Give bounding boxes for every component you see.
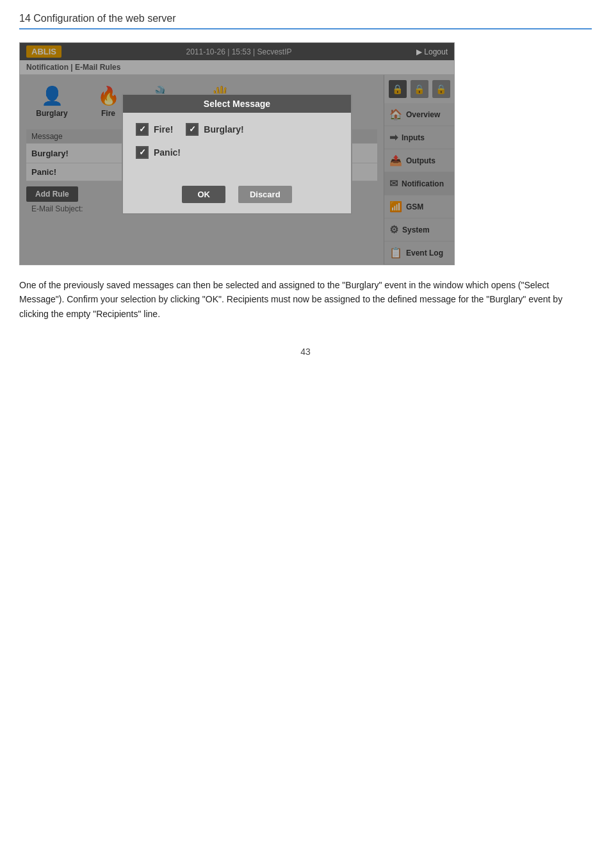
- modal-box: Select Message ✓ Fire! ✓ Burglary!: [122, 94, 352, 215]
- checkbox-fire[interactable]: ✓: [136, 123, 149, 136]
- modal-title: Select Message: [123, 95, 351, 113]
- modal-item-burglary: ✓ Burglary!: [186, 123, 243, 136]
- body-text: One of the previously saved messages can…: [19, 278, 570, 321]
- discard-button[interactable]: Discard: [238, 186, 292, 203]
- modal-item-panic: ✓ Panic!: [136, 146, 181, 159]
- modal-row-2: ✓ Panic!: [136, 146, 338, 159]
- modal-item-burglary-label: Burglary!: [204, 124, 243, 135]
- modal-item-panic-label: Panic!: [154, 147, 181, 158]
- main-panel: 👤 Burglary 🔥 Fire 🔧 Technical 🖐 Panic: [20, 75, 384, 265]
- page-number: 43: [19, 347, 592, 357]
- modal-item-fire-label: Fire!: [154, 124, 173, 135]
- page-heading: 14 Configuration of the web server: [19, 13, 592, 29]
- ui-panel: ABLIS 2011-10-26 | 15:53 | SecvestIP ▶ L…: [19, 42, 455, 265]
- modal-item-fire: ✓ Fire!: [136, 123, 173, 136]
- modal-row-1: ✓ Fire! ✓ Burglary!: [136, 123, 338, 136]
- modal-buttons: OK Discard: [123, 179, 351, 213]
- modal-body: ✓ Fire! ✓ Burglary! ✓: [123, 113, 351, 179]
- ok-button[interactable]: OK: [182, 186, 225, 203]
- content-area: 👤 Burglary 🔥 Fire 🔧 Technical 🖐 Panic: [20, 75, 454, 265]
- checkbox-panic[interactable]: ✓: [136, 146, 149, 159]
- modal-overlay: Select Message ✓ Fire! ✓ Burglary!: [20, 43, 454, 265]
- checkbox-burglary[interactable]: ✓: [186, 123, 199, 136]
